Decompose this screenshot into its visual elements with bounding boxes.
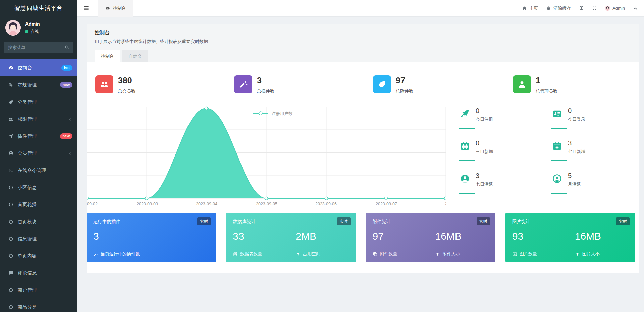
realtime-badge: 实时 xyxy=(337,217,351,225)
sidebar-item-comment[interactable]: 评论信息 xyxy=(0,264,77,282)
stat-label: 总附件数 xyxy=(396,88,413,95)
home-icon xyxy=(522,6,527,11)
sidebar-item-community[interactable]: 小区信息 xyxy=(0,179,77,196)
svg-text:09-02: 09-02 xyxy=(87,202,98,206)
chart-legend[interactable]: 注册用户数 xyxy=(253,111,293,116)
card-value-2: 16MB xyxy=(575,231,601,242)
realtime-badge: 实时 xyxy=(197,217,211,225)
trash-icon xyxy=(546,6,551,11)
card-label: 数据表数量 xyxy=(240,251,262,257)
card-label-2: 占用空间 xyxy=(303,251,320,257)
mini-stat-7day-active: 3七日活跃 xyxy=(459,172,541,193)
card-images: 图片统计实时 9316MB 图片数量 图片大小 xyxy=(505,213,635,262)
circle-icon xyxy=(8,185,14,190)
menu-toggle-button[interactable] xyxy=(77,0,95,17)
card-label-2: 附件大小 xyxy=(442,251,460,257)
card-title: 运行中的插件 xyxy=(93,219,120,224)
card-value: 3 xyxy=(93,231,99,242)
mini-stat-label: 今日登录 xyxy=(568,116,634,122)
mini-stat-value: 3 xyxy=(476,172,541,179)
search-icon[interactable] xyxy=(64,45,70,50)
svg-text:2023-09-06: 2023-09-06 xyxy=(315,202,337,206)
stat-label: 总会员数 xyxy=(118,88,136,95)
main-content: 控制台 用于展示当前系统中的统计数据、统计报表及重要实时数据 控制台 自定义 3… xyxy=(77,17,644,312)
dashboard-panel: 控制台 用于展示当前系统中的统计数据、统计报表及重要实时数据 控制台 自定义 3… xyxy=(87,24,639,273)
plane-icon xyxy=(8,133,14,139)
sidebar-item-dashboard[interactable]: 控制台 hot xyxy=(0,59,77,76)
card-value-2: 16MB xyxy=(435,231,461,242)
tab-dashboard[interactable]: 控制台 xyxy=(95,50,120,62)
sidebar-item-goods-category[interactable]: 商品分类 xyxy=(0,299,77,312)
sidebar-item-command[interactable]: 在线命令管理 xyxy=(0,162,77,179)
settings-button[interactable] xyxy=(633,6,638,11)
svg-text:2023-09-05: 2023-09-05 xyxy=(256,202,277,206)
search-input[interactable] xyxy=(4,42,73,53)
sidebar-item-label: 在线命令管理 xyxy=(18,168,46,174)
comment-icon xyxy=(8,270,14,276)
sidebar-item-label: 小区信息 xyxy=(18,185,37,191)
filter-icon xyxy=(296,252,301,257)
magic-wand-icon xyxy=(93,252,98,257)
sidebar-item-module[interactable]: 首页模块 xyxy=(0,213,77,230)
sidebar-item-label: 单页内容 xyxy=(18,253,37,259)
id-card-icon xyxy=(552,108,562,119)
sidebar-item-member[interactable]: 会员管理 xyxy=(0,145,77,162)
card-title: 图片统计 xyxy=(512,219,530,224)
new-badge: new xyxy=(60,133,72,139)
panel-tabs: 控制台 自定义 xyxy=(95,50,631,62)
app-logo[interactable]: 智慧同城生活平台 xyxy=(0,0,77,17)
sidebar-item-addon[interactable]: 插件管理 new xyxy=(0,128,77,145)
sidebar-item-label: 会员管理 xyxy=(18,150,37,157)
topbar-tab-dashboard[interactable]: 控制台 xyxy=(98,0,133,17)
sidebar-item-label: 首页轮播 xyxy=(18,202,37,208)
topbar-tab-label: 控制台 xyxy=(113,5,126,11)
sidebar-item-auth[interactable]: 权限管理 xyxy=(0,111,77,128)
sidebar-item-general[interactable]: 常规管理 new xyxy=(0,76,77,93)
sidebar-item-info[interactable]: 信息管理 xyxy=(0,230,77,247)
home-button[interactable]: 主页 xyxy=(522,5,538,11)
cogs-icon xyxy=(8,82,14,88)
sidebar-item-banner[interactable]: 首页轮播 xyxy=(0,196,77,213)
user-panel: Admin 在线 xyxy=(0,17,77,39)
tab-custom[interactable]: 自定义 xyxy=(122,50,148,62)
x-axis-labels: 09-02 2023-09-03 2023-09-04 2023-09-05 2… xyxy=(87,202,446,206)
svg-text:2023-09-07: 2023-09-07 xyxy=(376,202,397,206)
sidebar-item-label: 商户管理 xyxy=(18,287,37,293)
mini-stat-label: 月活跃 xyxy=(568,181,634,187)
user-menu[interactable]: Admin xyxy=(605,6,625,11)
mini-stat-value: 0 xyxy=(476,107,541,114)
card-attachments: 附件统计实时 9716MB 附件数量 附件大小 xyxy=(366,213,495,262)
language-icon xyxy=(579,6,584,11)
gauge-icon xyxy=(8,65,14,71)
sidebar-item-category[interactable]: 分类管理 xyxy=(0,93,77,111)
sidebar-item-label: 控制台 xyxy=(18,65,32,71)
sidebar-item-label: 插件管理 xyxy=(18,133,37,139)
svg-text:2023-09-04: 2023-09-04 xyxy=(196,202,217,206)
filter-icon xyxy=(575,252,580,257)
stat-total-attachments: 97总附件数 xyxy=(373,75,413,95)
sidebar-item-merchant[interactable]: 商户管理 xyxy=(0,282,77,299)
user-circle-outline-icon xyxy=(552,173,562,184)
image-icon xyxy=(512,252,517,257)
user-status: 在线 xyxy=(31,29,39,35)
clear-cache-label: 清除缓存 xyxy=(553,5,571,11)
card-value: 93 xyxy=(512,231,523,242)
card-value: 97 xyxy=(373,231,384,242)
mini-stat-label: 七日新增 xyxy=(568,149,634,155)
circle-icon xyxy=(8,287,14,293)
home-label: 主页 xyxy=(529,5,538,11)
sidebar-item-page[interactable]: 单页内容 xyxy=(0,247,77,264)
circle-icon xyxy=(8,236,14,242)
stat-total-admins: 1总管理员数 xyxy=(513,75,557,95)
realtime-badge: 实时 xyxy=(616,217,630,225)
mini-stat-3day-new: 0三日新增 xyxy=(459,139,541,161)
circle-icon xyxy=(8,304,14,310)
stat-total-members: 380总会员数 xyxy=(95,75,136,95)
mini-stat-label: 今日注册 xyxy=(476,116,541,122)
language-button[interactable] xyxy=(579,6,584,11)
topbar-right: 主页 清除缓存 Admin xyxy=(522,5,644,11)
clear-cache-button[interactable]: 清除缓存 xyxy=(546,5,571,11)
fullscreen-button[interactable] xyxy=(592,6,597,11)
magic-wand-icon xyxy=(238,79,248,89)
card-label: 当前运行中的插件数 xyxy=(101,251,140,257)
